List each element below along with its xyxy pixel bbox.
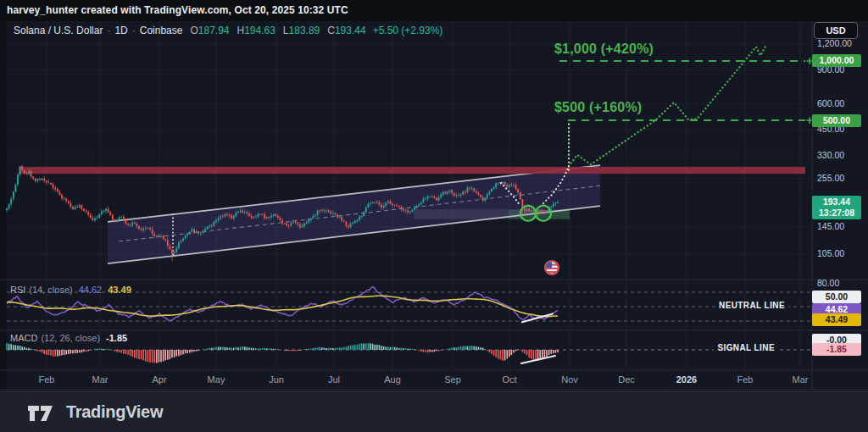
time-axis-label[interactable]: Jul bbox=[317, 374, 351, 385]
time-axis-label[interactable]: Feb bbox=[30, 374, 64, 385]
low-label: L bbox=[283, 25, 289, 36]
time-axis-label[interactable]: Dec bbox=[609, 374, 643, 385]
separator: · bbox=[107, 25, 110, 36]
macd-indicator-header[interactable]: MACD(12, 26, close)-1.85 bbox=[10, 333, 127, 343]
rsi-params: (14, close) bbox=[29, 285, 72, 295]
price-axis-label[interactable]: 105.00 bbox=[817, 248, 844, 258]
price-axis-label[interactable]: 80.00 bbox=[817, 278, 839, 288]
open-label: O bbox=[190, 25, 198, 36]
change-value: +5.50 (+2.93%) bbox=[373, 25, 443, 36]
rsi-indicator-header[interactable]: RSI(14, close)44.6243.49 bbox=[10, 285, 131, 295]
price-badge-macd-value[interactable]: -1.85 bbox=[812, 343, 861, 356]
macd-current-value: -1.85 bbox=[106, 333, 127, 343]
tradingview-screenshot: harvey_hunter created with TradingView.c… bbox=[0, 0, 868, 432]
price-axis-label[interactable]: 145.00 bbox=[817, 221, 844, 231]
time-axis[interactable]: FebMarAprMayJunJulAugSepOctNovDec2026Feb… bbox=[0, 370, 812, 390]
rsi-title: RSI bbox=[10, 285, 25, 295]
time-axis-label[interactable]: Feb bbox=[728, 374, 762, 385]
neutral-line-label: NEUTRAL LINE bbox=[715, 301, 788, 310]
time-axis-label[interactable]: May bbox=[199, 374, 233, 385]
symbol-bar[interactable]: Solana / U.S. Dollar·1D·CoinbaseO187.94H… bbox=[14, 25, 442, 38]
time-axis-label[interactable]: Mar bbox=[83, 374, 117, 385]
price-axis[interactable]: 1,200.00900.00600.00450.00330.00255.0014… bbox=[812, 21, 868, 390]
time-axis-label[interactable]: Mar bbox=[783, 374, 817, 385]
target-1000-label[interactable]: $1,000 (+420%) bbox=[554, 42, 654, 57]
open-value: 187.94 bbox=[198, 25, 230, 36]
target-500-label[interactable]: $500 (+160%) bbox=[554, 100, 642, 115]
price-axis-label[interactable]: 1,200.00 bbox=[817, 38, 852, 48]
chart-canvas[interactable] bbox=[0, 0, 868, 432]
rsi-ma-current-value: 43.49 bbox=[108, 285, 131, 295]
interval-value[interactable]: 1D bbox=[114, 25, 127, 36]
price-badge-rsi-ma-value[interactable]: 43.49 bbox=[812, 313, 861, 326]
price-axis-label[interactable]: 330.00 bbox=[817, 150, 844, 160]
close-value: 193.44 bbox=[335, 25, 366, 36]
watermark-bar: harvey_hunter created with TradingView.c… bbox=[0, 0, 868, 21]
macd-title: MACD bbox=[10, 333, 37, 343]
symbol-title[interactable]: Solana / U.S. Dollar bbox=[14, 25, 103, 36]
tradingview-logo[interactable] bbox=[25, 400, 58, 425]
price-axis-label[interactable]: 600.00 bbox=[817, 98, 844, 108]
currency-button[interactable]: USD bbox=[814, 22, 858, 39]
time-axis-label[interactable]: Oct bbox=[492, 374, 526, 385]
separator: · bbox=[132, 25, 136, 36]
low-value: 183.89 bbox=[289, 25, 320, 36]
macd-params: (12, 26, close) bbox=[41, 333, 100, 343]
exchange-name[interactable]: Coinbase bbox=[140, 25, 183, 36]
price-badge-rsi-level-50[interactable]: 50.00 bbox=[812, 291, 861, 303]
watermark-text: harvey_hunter created with TradingView.c… bbox=[7, 4, 348, 16]
high-value: 194.63 bbox=[244, 25, 275, 36]
time-axis-label[interactable]: Aug bbox=[376, 374, 409, 385]
footer-bar: TradingView bbox=[0, 391, 868, 432]
price-axis-label[interactable]: 255.00 bbox=[817, 173, 844, 183]
brand-text: TradingView bbox=[66, 402, 163, 422]
time-axis-label[interactable]: Apr bbox=[142, 374, 176, 385]
close-label: C bbox=[327, 25, 335, 36]
signal-line-label: SIGNAL LINE bbox=[714, 343, 778, 352]
price-badge-target-500[interactable]: 500.00 bbox=[812, 114, 861, 127]
rsi-current-value: 44.62 bbox=[79, 285, 103, 295]
price-badge-last-price[interactable]: 193.4413:27:08 bbox=[812, 196, 861, 219]
time-axis-label[interactable]: 2026 bbox=[670, 374, 704, 385]
price-badge-target-1000[interactable]: 1,000.00 bbox=[812, 54, 861, 67]
time-axis-label[interactable]: Nov bbox=[553, 374, 587, 385]
time-axis-label[interactable]: Jun bbox=[259, 374, 293, 385]
time-axis-label[interactable]: Sep bbox=[436, 374, 470, 385]
high-label: H bbox=[236, 25, 244, 36]
